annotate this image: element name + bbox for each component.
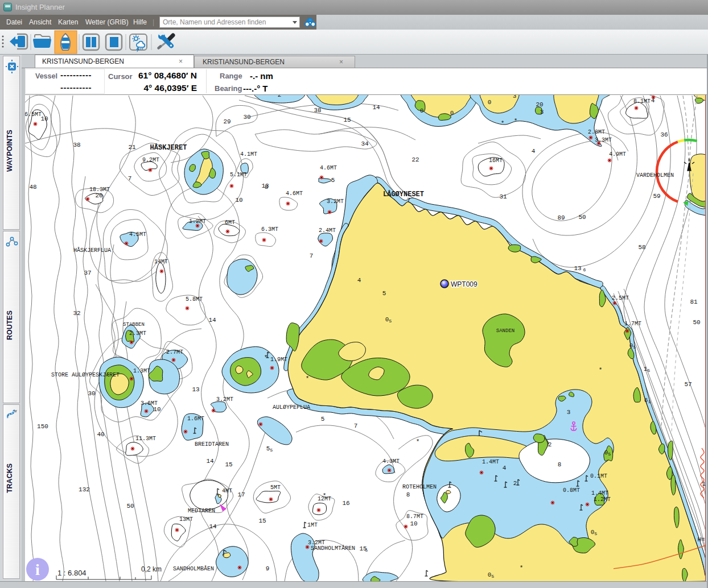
svg-text:SANDHOLMBÅEN: SANDHOLMBÅEN (173, 565, 214, 572)
svg-text:1.3MT: 1.3MT (133, 368, 150, 374)
svg-text:*: * (514, 118, 518, 125)
svg-text:6MT: 6MT (225, 220, 235, 226)
svg-text:15: 15 (225, 461, 232, 468)
svg-text:WPT009: WPT009 (451, 280, 478, 288)
svg-text:17: 17 (237, 491, 245, 498)
svg-text:50: 50 (578, 214, 586, 221)
svg-text:4: 4 (532, 148, 536, 155)
svg-text:MEDTAREN: MEDTAREN (188, 508, 215, 514)
svg-text:7: 7 (310, 252, 314, 259)
svg-text:4.3MT: 4.3MT (382, 458, 400, 465)
svg-text:50: 50 (693, 319, 700, 326)
svg-text:0.8MT: 0.8MT (563, 487, 580, 494)
svg-text:1.2MT: 1.2MT (189, 218, 206, 225)
svg-text:HÅSKJERFLUA: HÅSKJERFLUA (73, 247, 111, 254)
svg-text:14MT: 14MT (154, 259, 168, 265)
svg-text:14: 14 (209, 523, 217, 530)
svg-text:3: 3 (540, 109, 544, 115)
svg-text:11.3MT: 11.3MT (135, 436, 156, 442)
svg-text:H=: H= (697, 536, 705, 543)
svg-text:13: 13 (192, 386, 199, 393)
svg-text:30: 30 (88, 390, 95, 397)
svg-text:8: 8 (265, 184, 269, 191)
svg-text:7: 7 (407, 197, 411, 204)
svg-text:*: * (520, 565, 524, 572)
svg-text:1: 1 (648, 399, 651, 404)
svg-text:2.7MT: 2.7MT (166, 349, 183, 355)
svg-text:10: 10 (235, 197, 242, 204)
svg-text:5: 5 (648, 368, 651, 373)
svg-text:16: 16 (342, 500, 349, 507)
svg-text:5: 5 (389, 318, 392, 324)
svg-text:13: 13 (574, 265, 581, 272)
svg-text:1.7MT: 1.7MT (624, 321, 641, 327)
svg-text:8: 8 (406, 491, 410, 498)
svg-text:HÅSKJERET: HÅSKJERET (150, 143, 187, 152)
svg-text:4.1MT: 4.1MT (240, 151, 257, 158)
svg-text:36: 36 (660, 131, 668, 138)
svg-text:2.8MT: 2.8MT (588, 129, 605, 135)
svg-text:*: * (416, 438, 420, 445)
svg-text:STORE AULØYPESKJÆRET: STORE AULØYPESKJÆRET (51, 372, 120, 378)
svg-text:3: 3 (567, 409, 571, 416)
svg-text:0,2 km: 0,2 km (141, 565, 162, 573)
svg-text:20: 20 (95, 192, 102, 199)
svg-text:59: 59 (653, 193, 660, 200)
svg-text:21: 21 (128, 144, 136, 151)
svg-text:4.6MT: 4.6MT (320, 165, 337, 171)
svg-text:0: 0 (450, 110, 454, 117)
svg-text:12MT: 12MT (318, 496, 331, 502)
svg-text:0: 0 (488, 572, 492, 578)
svg-text:4.9MT: 4.9MT (609, 151, 626, 158)
svg-text:i: i (35, 561, 40, 578)
svg-text:*: * (501, 120, 505, 127)
svg-text:8.1MT: 8.1MT (633, 98, 651, 105)
svg-text:6: 6 (583, 267, 586, 272)
svg-text:VARDEHOLMEN: VARDEHOLMEN (636, 172, 674, 179)
svg-text:6: 6 (644, 397, 648, 404)
svg-text:0: 0 (629, 342, 633, 349)
svg-text:5.1MT: 5.1MT (230, 172, 247, 178)
svg-text:13MT: 13MT (179, 516, 193, 523)
svg-text:3.2MT: 3.2MT (216, 396, 233, 403)
svg-text:15: 15 (343, 117, 351, 123)
svg-text:4: 4 (651, 97, 655, 104)
svg-text:37: 37 (84, 270, 91, 276)
svg-text:9.2MT: 9.2MT (142, 157, 159, 163)
svg-text:15: 15 (258, 517, 266, 524)
svg-text:57: 57 (684, 381, 691, 388)
svg-text:ROUTES: ROUTES (6, 310, 14, 340)
svg-text:32: 32 (73, 310, 80, 317)
svg-text:*: * (264, 354, 268, 361)
svg-text:1.2MT: 1.2MT (594, 496, 611, 503)
svg-text:3: 3 (513, 95, 517, 100)
svg-text:22: 22 (411, 156, 419, 163)
svg-text:9: 9 (266, 565, 270, 572)
svg-text:38: 38 (314, 107, 321, 114)
svg-text:5: 5 (266, 445, 270, 452)
svg-text:0: 0 (385, 316, 389, 323)
svg-text:AULØYPEFLUA: AULØYPEFLUA (273, 404, 310, 411)
svg-text:34: 34 (361, 140, 369, 147)
svg-text:1.4MT: 1.4MT (482, 459, 499, 465)
svg-text:81: 81 (690, 299, 698, 305)
svg-text:0: 0 (604, 449, 608, 456)
svg-text:14: 14 (208, 317, 216, 324)
svg-text:150: 150 (37, 423, 48, 430)
svg-text:2: 2 (548, 441, 552, 448)
svg-text:12: 12 (702, 481, 706, 487)
svg-text:1 : 6.804: 1 : 6.804 (57, 569, 87, 577)
svg-text:3.2MT: 3.2MT (327, 198, 344, 205)
svg-text:5: 5 (321, 416, 325, 423)
svg-text:3.3MT: 3.3MT (595, 137, 612, 143)
svg-text:0: 0 (420, 107, 424, 114)
svg-text:8.7MT: 8.7MT (406, 514, 423, 520)
svg-text:7: 7 (128, 175, 132, 182)
svg-text:10: 10 (153, 406, 160, 413)
svg-text:38: 38 (73, 142, 80, 148)
svg-text:STABBEN: STABBEN (123, 322, 145, 328)
svg-text:4: 4 (503, 465, 507, 471)
svg-text:5.8MT: 5.8MT (186, 296, 203, 303)
svg-text:7: 7 (354, 423, 358, 429)
svg-text:WAYPOINTS: WAYPOINTS (6, 130, 14, 172)
